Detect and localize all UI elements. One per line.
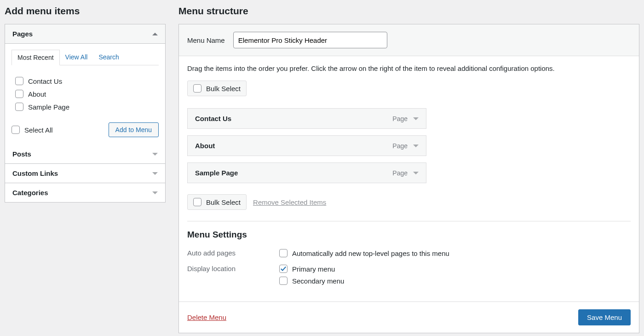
custom-links-accordion-title: Custom Links: [12, 169, 58, 177]
add-items-heading: Add menu items: [5, 6, 166, 17]
page-label: Contact Us: [28, 77, 62, 85]
menu-edit-panel: Menu Name Drag the items into the order …: [178, 24, 639, 333]
auto-add-label: Auto add pages: [187, 249, 270, 257]
pages-list: Contact Us About Sample Page: [12, 70, 159, 117]
menu-item-type-label: Page: [392, 115, 408, 122]
bulk-select-label: Bulk Select: [206, 85, 241, 93]
display-location-label: Display location: [187, 265, 270, 272]
tab-view-all[interactable]: View All: [60, 50, 93, 65]
menu-item[interactable]: Sample Page Page: [187, 162, 426, 183]
list-item: Sample Page: [14, 100, 156, 113]
tab-most-recent[interactable]: Most Recent: [12, 50, 60, 65]
bulk-select-bottom[interactable]: Bulk Select: [187, 194, 247, 210]
auto-add-checkbox[interactable]: [279, 249, 288, 257]
bulk-select-top[interactable]: Bulk Select: [187, 81, 247, 96]
chevron-down-icon: [152, 191, 158, 194]
primary-menu-checkbox[interactable]: [279, 265, 288, 273]
tab-search[interactable]: Search: [93, 50, 124, 65]
menu-item-type-label: Page: [392, 169, 408, 177]
chevron-down-icon: [152, 153, 158, 156]
metabox-holder: Pages Most Recent View All Search Contac…: [5, 24, 166, 203]
chevron-up-icon: [152, 33, 158, 35]
display-option-label: Secondary menu: [292, 277, 344, 285]
menu-name-input[interactable]: [233, 32, 387, 48]
bulk-select-label: Bulk Select: [206, 198, 241, 206]
custom-links-accordion-header[interactable]: Custom Links: [5, 164, 165, 183]
secondary-menu-checkbox[interactable]: [279, 277, 288, 285]
menu-item-title: Sample Page: [195, 169, 238, 177]
pages-accordion-title: Pages: [12, 30, 33, 38]
delete-menu-link[interactable]: Delete Menu: [187, 313, 226, 321]
posts-accordion-header[interactable]: Posts: [5, 145, 165, 164]
display-option-label: Primary menu: [292, 265, 335, 273]
categories-accordion-header[interactable]: Categories: [5, 183, 165, 202]
help-text: Drag the items into the order you prefer…: [187, 64, 631, 72]
pages-tabs: Most Recent View All Search: [12, 49, 159, 65]
save-menu-button[interactable]: Save Menu: [578, 309, 631, 325]
remove-selected-link[interactable]: Remove Selected Items: [253, 198, 326, 206]
select-all-checkbox[interactable]: [12, 126, 20, 134]
checkbox[interactable]: [193, 84, 201, 93]
auto-add-option-label: Automatically add new top-level pages to…: [292, 249, 449, 257]
select-all-label: Select All: [24, 126, 53, 134]
add-to-menu-button[interactable]: Add to Menu: [109, 122, 159, 137]
menu-item-type-label: Page: [392, 142, 408, 150]
chevron-down-icon[interactable]: [413, 117, 419, 120]
page-label: About: [28, 90, 46, 98]
menu-items-list: Contact Us Page About Page: [187, 108, 426, 183]
menu-item-title: Contact Us: [195, 115, 231, 122]
menu-settings-heading: Menu Settings: [187, 230, 631, 240]
chevron-down-icon[interactable]: [413, 172, 419, 174]
page-label: Sample Page: [28, 103, 69, 111]
list-item: About: [14, 87, 156, 100]
divider: [187, 221, 631, 221]
chevron-down-icon[interactable]: [413, 145, 419, 147]
check-icon: [280, 266, 287, 272]
posts-accordion-title: Posts: [12, 150, 31, 158]
menu-structure-heading: Menu structure: [178, 6, 639, 17]
categories-accordion-title: Categories: [12, 189, 48, 197]
pages-accordion-body: Most Recent View All Search Contact Us A…: [5, 44, 165, 145]
menu-item[interactable]: Contact Us Page: [187, 108, 426, 129]
checkbox[interactable]: [15, 77, 23, 85]
list-item: Contact Us: [14, 75, 156, 87]
checkbox[interactable]: [15, 90, 23, 98]
menu-item-title: About: [195, 142, 215, 150]
checkbox[interactable]: [15, 103, 23, 111]
menu-name-label: Menu Name: [187, 36, 225, 44]
menu-item[interactable]: About Page: [187, 135, 426, 156]
pages-accordion-header[interactable]: Pages: [5, 24, 165, 44]
checkbox[interactable]: [193, 198, 201, 206]
chevron-down-icon: [152, 172, 158, 175]
